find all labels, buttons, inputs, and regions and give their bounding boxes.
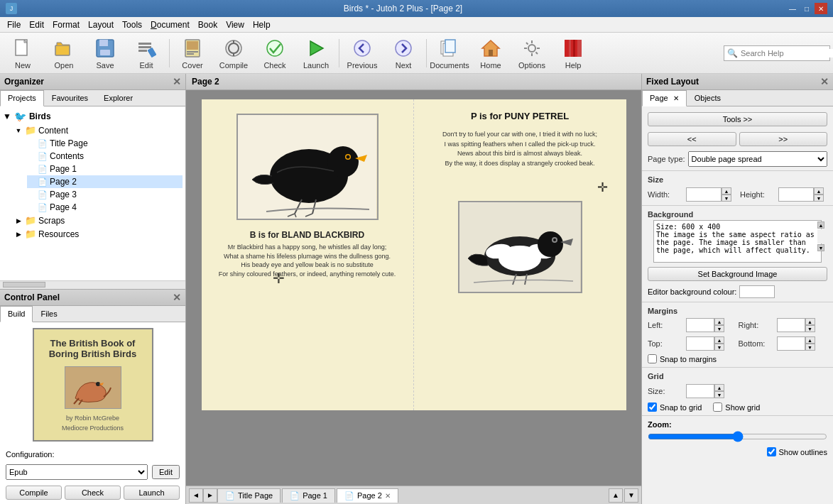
control-panel-close[interactable]: ✕ (173, 292, 181, 303)
tree-item-page4[interactable]: 📄 Page 4 (27, 201, 183, 214)
tree-item-content[interactable]: ▼ 📁 Content (14, 124, 183, 137)
set-bg-button[interactable]: Set Background Image (648, 267, 827, 281)
tab-nav-prev[interactable]: ◄ (189, 488, 203, 503)
page-type-select[interactable]: Double page spread Single page Left page… (688, 151, 827, 167)
margin-right-up[interactable]: ▲ (805, 318, 815, 325)
tab-favourites[interactable]: Favourites (44, 90, 96, 106)
next-button[interactable]: Next (383, 35, 423, 72)
tab-page[interactable]: Page ✕ (642, 90, 687, 106)
margin-top-up[interactable]: ▲ (714, 336, 724, 344)
tree-item-page1[interactable]: 📄 Page 1 (27, 163, 183, 175)
search-input[interactable] (741, 49, 833, 57)
tree-item-titlepage[interactable]: 📄 Title Page (27, 137, 183, 150)
tab-files[interactable]: Files (33, 306, 65, 322)
tree-item-contents[interactable]: 📄 Contents (27, 150, 183, 163)
save-button[interactable]: Save (85, 35, 125, 72)
editor-bg-color-box[interactable] (739, 285, 775, 298)
snap-to-margins-checkbox[interactable] (648, 354, 657, 363)
options-button[interactable]: Options (512, 35, 552, 72)
tab-page2-close[interactable]: ✕ (385, 492, 391, 500)
tools-button[interactable]: Tools >> (648, 112, 827, 126)
page-scroll-up[interactable]: ▲ (609, 488, 623, 503)
tree-item-page2[interactable]: 📄 Page 2 (27, 175, 183, 188)
margin-right-input[interactable]: 20 (777, 318, 805, 332)
page-canvas[interactable]: ✛ B is for BLAND BLACKBIRD Mr Blackbird … (186, 90, 641, 486)
menu-book[interactable]: Book (194, 18, 222, 31)
config-edit-button[interactable]: Edit (152, 465, 180, 479)
nav-prev-button[interactable]: << (648, 132, 736, 146)
menu-help[interactable]: Help (249, 18, 275, 31)
page-tab-page1[interactable]: 📄 Page 1 (282, 488, 335, 503)
show-grid-checkbox[interactable] (713, 402, 722, 412)
documents-button[interactable]: Documents (430, 35, 469, 72)
tab-projects[interactable]: Projects (0, 90, 44, 106)
organizer-scrollbar-h[interactable] (0, 280, 185, 289)
margin-left-input[interactable]: 20 (686, 318, 714, 332)
menu-tools[interactable]: Tools (118, 18, 146, 31)
menu-edit[interactable]: Edit (25, 18, 48, 31)
bg-scroll-up[interactable]: ▲ (817, 221, 824, 229)
page-scroll-down[interactable]: ▼ (624, 488, 638, 503)
minimize-button[interactable]: — (786, 3, 799, 14)
content-expand[interactable]: ▼ (14, 126, 23, 135)
grid-size-input[interactable]: 10 (686, 384, 714, 398)
width-spin-up[interactable]: ▲ (722, 187, 731, 195)
menu-view[interactable]: View (222, 18, 249, 31)
resources-expand[interactable]: ▶ (14, 230, 23, 239)
tree-item-scraps[interactable]: ▶ 📁 Scraps (14, 214, 183, 227)
search-box[interactable]: 🔍 (724, 45, 830, 61)
open-button[interactable]: Open (44, 35, 84, 72)
launch-action-button[interactable]: Launch (124, 486, 180, 500)
page-tab-page2[interactable]: 📄 Page 2 ✕ (337, 488, 398, 503)
launch-button[interactable]: Launch (296, 35, 336, 72)
tab-explorer[interactable]: Explorer (96, 90, 141, 106)
height-input[interactable]: 800 (778, 187, 814, 202)
tree-item-resources[interactable]: ▶ 📁 Resources (14, 227, 183, 241)
page-tab-titlepage[interactable]: 📄 Title Page (217, 488, 281, 503)
close-button[interactable]: ✕ (815, 3, 827, 14)
organizer-close[interactable]: ✕ (173, 76, 181, 87)
show-outlines-checkbox[interactable] (767, 447, 776, 456)
tab-nav-next[interactable]: ► (203, 488, 217, 503)
grid-size-up[interactable]: ▲ (714, 384, 724, 391)
grid-size-down[interactable]: ▼ (714, 391, 724, 398)
height-spin-up[interactable]: ▲ (814, 187, 824, 195)
snap-to-grid-checkbox[interactable] (648, 402, 657, 412)
margin-top-input[interactable]: 20 (686, 336, 714, 351)
help-button[interactable]: Help (553, 35, 593, 72)
bg-scroll-down[interactable]: ▼ (817, 244, 824, 251)
margin-right-down[interactable]: ▼ (805, 325, 815, 332)
nav-next-button[interactable]: >> (739, 132, 828, 146)
tab-build[interactable]: Build (0, 306, 33, 322)
check-button[interactable]: Check (255, 35, 295, 72)
menu-format[interactable]: Format (48, 18, 84, 31)
cover-button[interactable]: Cover (173, 35, 212, 72)
margin-bottom-down[interactable]: ▼ (805, 344, 815, 351)
width-spin-down[interactable]: ▼ (722, 195, 731, 202)
tree-root-birds[interactable]: ▼ 🐦 Birds (3, 109, 183, 124)
zoom-slider[interactable] (648, 431, 827, 442)
bg-scrollbar[interactable]: ▲ ▼ (817, 221, 826, 251)
fixed-layout-close[interactable]: ✕ (820, 76, 829, 87)
height-spin-down[interactable]: ▼ (814, 195, 824, 202)
margin-bottom-input[interactable]: 20 (777, 336, 805, 351)
compile-button[interactable]: Compile (214, 35, 254, 72)
margin-left-up[interactable]: ▲ (714, 318, 724, 325)
check-action-button[interactable]: Check (65, 486, 121, 500)
margin-top-down[interactable]: ▼ (714, 344, 724, 351)
tree-item-page3[interactable]: 📄 Page 3 (27, 188, 183, 201)
menu-file[interactable]: File (3, 18, 25, 31)
previous-button[interactable]: Previous (342, 35, 382, 72)
config-select[interactable]: Epub (6, 464, 148, 480)
tab-page-close[interactable]: ✕ (673, 94, 679, 102)
new-button[interactable]: New (3, 35, 43, 72)
menu-layout[interactable]: Layout (84, 18, 118, 31)
maximize-button[interactable]: □ (800, 3, 813, 14)
scraps-expand[interactable]: ▶ (14, 217, 23, 225)
home-button[interactable]: Home (471, 35, 511, 72)
margin-left-down[interactable]: ▼ (714, 325, 724, 332)
margin-bottom-up[interactable]: ▲ (805, 336, 815, 344)
menu-document[interactable]: Document (146, 18, 194, 31)
tab-objects[interactable]: Objects (687, 90, 729, 106)
width-input[interactable]: 1200 (686, 187, 722, 202)
